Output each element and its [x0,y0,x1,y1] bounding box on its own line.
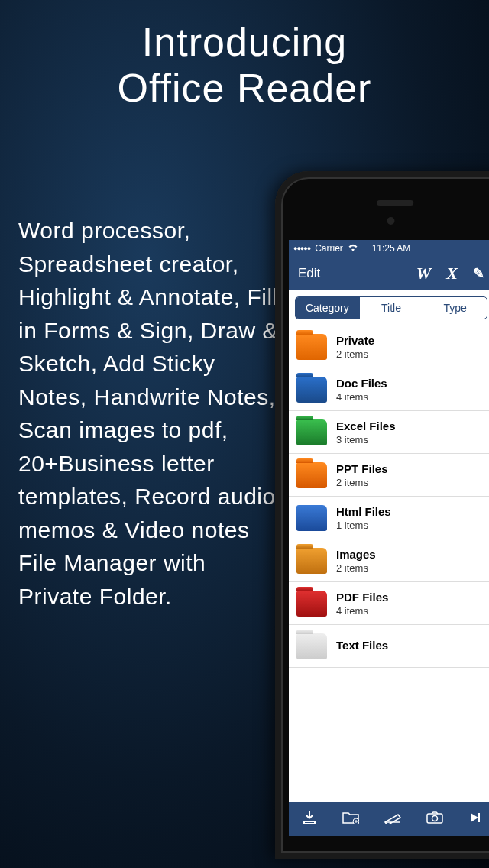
scan-icon[interactable] [384,811,401,828]
new-folder-icon[interactable] [342,811,359,828]
list-item[interactable]: Images 2 items [289,539,489,582]
folder-list: Private 2 items Doc Files 4 items Excel … [289,326,489,668]
list-item[interactable]: PDF Files 4 items [289,582,489,625]
folder-title: Images [336,548,376,561]
word-icon[interactable]: W [416,264,432,283]
folder-title: PPT Files [336,462,388,475]
folder-subtitle: 1 items [336,520,391,531]
phone-camera [387,217,395,225]
excel-icon[interactable]: X [446,264,458,283]
list-item[interactable]: Html Files 1 items [289,497,489,539]
folder-title: Html Files [336,505,391,518]
nav-bar: Edit W X ✎ [289,257,489,290]
pencil-icon[interactable]: ✎ [473,265,484,282]
segment-type[interactable]: Type [423,297,487,319]
folder-icon [296,505,327,531]
phone-frame: ●●●●● Carrier 11:25 AM Edit W X ✎ Catego… [275,171,489,859]
folder-icon [296,462,327,488]
list-item[interactable]: Text Files [289,625,489,668]
phone-screen: ●●●●● Carrier 11:25 AM Edit W X ✎ Catego… [289,240,489,836]
svg-rect-3 [478,813,480,822]
phone-earpiece [377,200,413,206]
segment-title[interactable]: Title [359,297,423,319]
download-icon[interactable] [302,810,317,829]
folder-icon [296,633,327,659]
folder-subtitle: 4 items [336,605,388,617]
clock-label: 11:25 AM [289,243,489,254]
folder-subtitle: 2 items [336,477,388,488]
folder-icon [296,548,327,574]
camera-icon[interactable] [426,811,443,828]
more-icon[interactable] [468,811,481,828]
folder-title: Excel Files [336,419,396,432]
svg-point-2 [432,815,438,821]
folder-subtitle: 3 items [336,434,396,445]
hero-line-2: Office Reader [0,66,489,112]
edit-button[interactable]: Edit [298,266,320,281]
folder-subtitle: 2 items [336,348,374,360]
hero-line-1: Introducing [0,20,489,66]
hero-title: Introducing Office Reader [0,0,489,112]
segment-category[interactable]: Category [296,297,359,319]
folder-icon [296,419,327,445]
list-item[interactable]: PPT Files 2 items [289,454,489,497]
list-item[interactable]: Private 2 items [289,326,489,368]
feature-list: Word processor, Spreadsheet creator, Hig… [18,214,286,613]
list-item[interactable]: Excel Files 3 items [289,411,489,454]
folder-icon [296,334,327,360]
list-item[interactable]: Doc Files 4 items [289,368,489,411]
folder-title: PDF Files [336,591,388,604]
folder-icon [296,591,327,617]
folder-title: Doc Files [336,377,387,390]
folder-subtitle: 2 items [336,562,376,574]
status-bar: ●●●●● Carrier 11:25 AM [289,240,489,257]
bottom-toolbar [289,802,489,836]
folder-icon [296,377,327,403]
folder-subtitle: 4 items [336,391,387,403]
folder-title: Text Files [336,639,388,652]
segmented-control: Category Title Type [295,296,487,319]
folder-title: Private [336,334,374,347]
